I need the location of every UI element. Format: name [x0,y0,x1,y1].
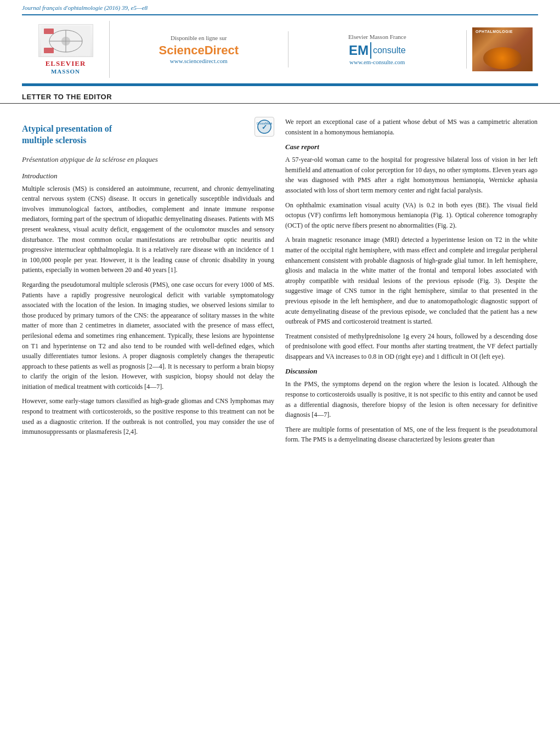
case-para1: A 57-year-old woman came to the hospital… [285,155,538,195]
intro-para3: However, some early-stage tumors classif… [22,396,274,437]
journal-header: Journal français d'ophtalmologie (2016) … [0,0,560,84]
svg-point-4 [61,37,70,46]
left-column: Atypical presentation of multiple sclero… [22,109,274,449]
right-intro-para: We report an exceptional case of a patie… [285,117,538,137]
crossmark-icon: ✓ CrossMark [257,119,272,134]
crossmark-area: ✓ CrossMark [254,117,274,137]
article-title-text: Atypical presentation of multiple sclero… [22,123,112,146]
case-para4: Treatment consisted of methylprednisolon… [285,331,538,362]
article-title: Atypical presentation of multiple sclero… [22,117,112,151]
emconsulte-url: www.em-consulte.com [349,59,405,65]
elsevier-logo-img [38,24,93,57]
sciencedirect-logo: ScienceDirect [159,43,239,58]
masson-text: MASSON [51,68,80,75]
letter-header-text: LETTER TO THE EDITOR [22,93,538,101]
case-para3: A brain magnetic resonance image (MRI) d… [285,235,538,326]
sciencedirect-section: Disponible en ligne sur ScienceDirect ww… [110,31,289,67]
discussion-para1: In the PMS, the symptoms depend on the r… [285,379,538,420]
letter-header-section: LETTER TO THE EDITOR [0,86,560,104]
discussion-para2: There are multiple forms of presentation… [285,425,538,445]
emconsulte-brand: Elsevier Masson France [348,33,406,40]
intro-para1: Multiple sclerosis (MS) is considered an… [22,184,274,275]
journal-title: Journal français d'ophtalmologie (2016) … [22,4,538,11]
svg-text:CrossMark: CrossMark [257,122,272,125]
svg-rect-5 [44,29,54,34]
journal-cover-right: OPHTALMOLOGIE [467,24,538,75]
emconsulte-logo: EM consulte [349,42,406,59]
page: Journal français d'ophtalmologie (2016) … [0,0,560,741]
title-line2: multiple sclerosis [22,135,86,145]
em-divider [370,42,371,59]
elsevier-logo: ELSEVIER MASSON [38,24,93,75]
elsevier-brand: ELSEVIER MASSON [46,59,86,75]
emconsulte-section: Elsevier Masson France EM consulte www.e… [289,30,467,69]
intro-para2: Regarding the pseudotumoral multiple scl… [22,280,274,392]
elsevier-text: ELSEVIER [46,59,86,68]
crossmark-badge[interactable]: ✓ CrossMark [254,117,274,137]
title-line1: Atypical presentation of [22,124,112,133]
cover-title-text: OPHTALMOLOGIE [476,30,513,33]
discussion-heading: Discussion [285,367,538,376]
consulte-text: consulte [373,46,406,55]
title-crossmark-wrapper: Atypical presentation of multiple sclero… [22,117,274,151]
svg-rect-6 [44,48,54,53]
introduction-heading: Introduction [22,172,274,180]
case-report-heading: Case report [285,143,538,151]
header-banner: ELSEVIER MASSON Disponible en ligne sur … [22,14,538,84]
sciencedirect-url: www.sciencedirect.com [170,58,228,64]
article-subtitle: Présentation atypique de la sclérose en … [22,155,274,164]
cover-eye-decoration [483,47,522,69]
case-para2: On ophthalmic examination visual acuity … [285,200,538,231]
main-content: Atypical presentation of multiple sclero… [0,104,560,455]
elsevier-logo-section: ELSEVIER MASSON [22,21,110,78]
em-text: EM [349,43,369,58]
ophtalmologie-cover-img: OPHTALMOLOGIE [472,27,533,71]
available-text: Disponible en ligne sur [171,35,227,41]
right-column: We report an exceptional case of a patie… [285,109,538,449]
